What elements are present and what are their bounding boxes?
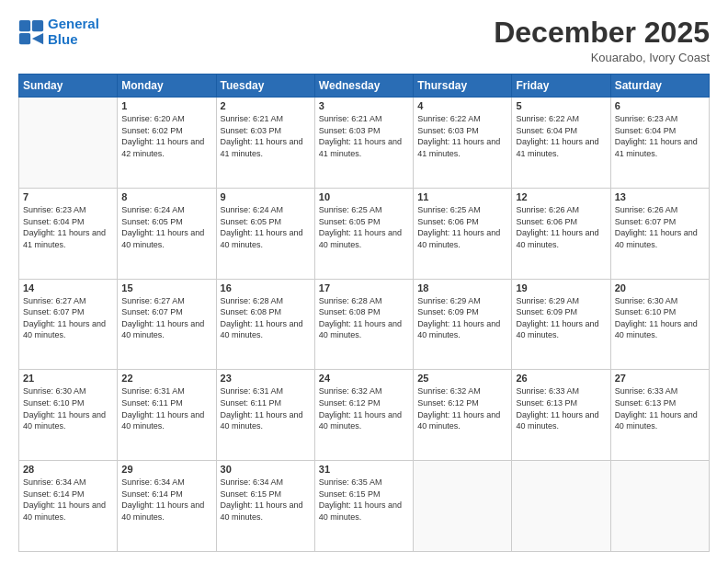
sunrise: Sunrise: 6:31 AM bbox=[121, 386, 185, 396]
weekday-header: Monday bbox=[118, 75, 216, 98]
sunrise: Sunrise: 6:28 AM bbox=[319, 296, 382, 305]
sunset: Sunset: 6:10 PM bbox=[23, 398, 85, 408]
sunset: Sunset: 6:12 PM bbox=[417, 398, 479, 408]
day-number: 16 bbox=[221, 282, 311, 293]
calendar-cell: 23Sunrise: 6:31 AMSunset: 6:11 PMDayligh… bbox=[216, 370, 314, 461]
day-info: Sunrise: 6:26 AMSunset: 6:07 PMDaylight:… bbox=[615, 204, 705, 250]
sunrise: Sunrise: 6:33 AM bbox=[516, 386, 579, 396]
calendar-cell: 3Sunrise: 6:21 AMSunset: 6:03 PMDaylight… bbox=[314, 98, 413, 189]
calendar-cell: 5Sunrise: 6:22 AMSunset: 6:04 PMDaylight… bbox=[512, 98, 610, 189]
day-number: 22 bbox=[121, 373, 211, 384]
daylight: Daylight: 11 hours and 40 minutes. bbox=[23, 410, 106, 431]
sunset: Sunset: 6:15 PM bbox=[319, 489, 381, 499]
logo-text: General Blue bbox=[48, 17, 99, 47]
day-info: Sunrise: 6:25 AMSunset: 6:06 PMDaylight:… bbox=[417, 204, 507, 250]
day-number: 24 bbox=[319, 373, 409, 384]
sunset: Sunset: 6:04 PM bbox=[516, 126, 577, 135]
calendar-cell: 31Sunrise: 6:35 AMSunset: 6:15 PMDayligh… bbox=[314, 461, 413, 552]
day-info: Sunrise: 6:27 AMSunset: 6:07 PMDaylight:… bbox=[121, 295, 211, 341]
daylight: Daylight: 11 hours and 40 minutes. bbox=[23, 500, 106, 522]
day-number: 17 bbox=[319, 282, 409, 293]
daylight: Daylight: 11 hours and 40 minutes. bbox=[121, 228, 204, 249]
daylight: Daylight: 11 hours and 40 minutes. bbox=[319, 410, 402, 431]
sunrise: Sunrise: 6:30 AM bbox=[615, 296, 678, 305]
location: Kouarabo, Ivory Coast bbox=[494, 51, 710, 64]
day-info: Sunrise: 6:28 AMSunset: 6:08 PMDaylight:… bbox=[221, 295, 311, 341]
sunrise: Sunrise: 6:33 AM bbox=[615, 386, 678, 396]
sunrise: Sunrise: 6:24 AM bbox=[121, 205, 185, 214]
sunset: Sunset: 6:09 PM bbox=[516, 307, 577, 316]
calendar-cell: 27Sunrise: 6:33 AMSunset: 6:13 PMDayligh… bbox=[610, 370, 709, 461]
sunset: Sunset: 6:03 PM bbox=[319, 126, 381, 135]
day-number: 23 bbox=[221, 373, 311, 384]
sunset: Sunset: 6:07 PM bbox=[23, 307, 85, 316]
day-info: Sunrise: 6:23 AMSunset: 6:04 PMDaylight:… bbox=[23, 204, 113, 250]
sunset: Sunset: 6:06 PM bbox=[516, 217, 577, 226]
sunrise: Sunrise: 6:27 AM bbox=[121, 296, 185, 305]
sunrise: Sunrise: 6:29 AM bbox=[417, 296, 481, 305]
day-info: Sunrise: 6:30 AMSunset: 6:10 PMDaylight:… bbox=[23, 385, 113, 431]
calendar-cell: 18Sunrise: 6:29 AMSunset: 6:09 PMDayligh… bbox=[414, 279, 512, 370]
sunrise: Sunrise: 6:23 AM bbox=[615, 114, 678, 123]
day-number: 14 bbox=[23, 282, 113, 293]
day-number: 30 bbox=[221, 464, 311, 475]
sunrise: Sunrise: 6:31 AM bbox=[221, 386, 284, 396]
day-info: Sunrise: 6:21 AMSunset: 6:03 PMDaylight:… bbox=[319, 113, 409, 159]
calendar-cell: 15Sunrise: 6:27 AMSunset: 6:07 PMDayligh… bbox=[118, 279, 216, 370]
sunset: Sunset: 6:05 PM bbox=[319, 217, 381, 226]
day-info: Sunrise: 6:27 AMSunset: 6:07 PMDaylight:… bbox=[23, 295, 113, 341]
calendar-cell: 16Sunrise: 6:28 AMSunset: 6:08 PMDayligh… bbox=[216, 279, 314, 370]
sunset: Sunset: 6:14 PM bbox=[121, 489, 183, 499]
daylight: Daylight: 11 hours and 40 minutes. bbox=[516, 319, 598, 340]
calendar-cell: 21Sunrise: 6:30 AMSunset: 6:10 PMDayligh… bbox=[19, 370, 118, 461]
day-info: Sunrise: 6:34 AMSunset: 6:14 PMDaylight:… bbox=[23, 477, 113, 523]
sunset: Sunset: 6:12 PM bbox=[319, 398, 381, 408]
day-number: 6 bbox=[615, 100, 705, 111]
calendar-cell: 10Sunrise: 6:25 AMSunset: 6:05 PMDayligh… bbox=[314, 188, 413, 279]
daylight: Daylight: 11 hours and 41 minutes. bbox=[23, 228, 106, 249]
day-number: 15 bbox=[121, 282, 211, 293]
day-info: Sunrise: 6:22 AMSunset: 6:03 PMDaylight:… bbox=[417, 113, 507, 159]
day-info: Sunrise: 6:33 AMSunset: 6:13 PMDaylight:… bbox=[516, 385, 606, 431]
daylight: Daylight: 11 hours and 41 minutes. bbox=[221, 137, 303, 158]
day-info: Sunrise: 6:34 AMSunset: 6:15 PMDaylight:… bbox=[221, 477, 311, 523]
calendar-cell: 6Sunrise: 6:23 AMSunset: 6:04 PMDaylight… bbox=[610, 98, 709, 189]
sunrise: Sunrise: 6:34 AM bbox=[23, 477, 86, 487]
day-info: Sunrise: 6:22 AMSunset: 6:04 PMDaylight:… bbox=[516, 113, 606, 159]
header: General Blue December 2025 Kouarabo, Ivo… bbox=[18, 17, 710, 64]
calendar-cell: 28Sunrise: 6:34 AMSunset: 6:14 PMDayligh… bbox=[19, 461, 118, 552]
svg-rect-2 bbox=[19, 32, 30, 43]
sunset: Sunset: 6:05 PM bbox=[121, 217, 183, 226]
calendar-cell bbox=[610, 461, 709, 552]
day-number: 5 bbox=[516, 100, 606, 111]
calendar-cell: 4Sunrise: 6:22 AMSunset: 6:03 PMDaylight… bbox=[414, 98, 512, 189]
sunrise: Sunrise: 6:21 AM bbox=[221, 114, 284, 123]
sunrise: Sunrise: 6:35 AM bbox=[319, 477, 382, 487]
day-number: 1 bbox=[121, 100, 211, 111]
calendar-cell: 20Sunrise: 6:30 AMSunset: 6:10 PMDayligh… bbox=[610, 279, 709, 370]
daylight: Daylight: 11 hours and 40 minutes. bbox=[121, 410, 204, 431]
logo-icon bbox=[18, 19, 44, 45]
daylight: Daylight: 11 hours and 40 minutes. bbox=[23, 319, 106, 340]
daylight: Daylight: 11 hours and 40 minutes. bbox=[319, 500, 402, 522]
daylight: Daylight: 11 hours and 40 minutes. bbox=[417, 228, 500, 249]
sunset: Sunset: 6:14 PM bbox=[23, 489, 85, 499]
weekday-header: Thursday bbox=[414, 75, 512, 98]
daylight: Daylight: 11 hours and 40 minutes. bbox=[615, 319, 698, 340]
calendar-cell: 2Sunrise: 6:21 AMSunset: 6:03 PMDaylight… bbox=[216, 98, 314, 189]
day-number: 12 bbox=[516, 191, 606, 202]
day-number: 10 bbox=[319, 191, 409, 202]
calendar-cell bbox=[512, 461, 610, 552]
sunset: Sunset: 6:08 PM bbox=[221, 307, 282, 316]
weekday-header: Friday bbox=[512, 75, 610, 98]
sunrise: Sunrise: 6:34 AM bbox=[121, 477, 185, 487]
sunset: Sunset: 6:04 PM bbox=[23, 217, 85, 226]
day-info: Sunrise: 6:24 AMSunset: 6:05 PMDaylight:… bbox=[221, 204, 311, 250]
daylight: Daylight: 11 hours and 40 minutes. bbox=[121, 500, 204, 522]
day-number: 27 bbox=[615, 373, 705, 384]
calendar-cell: 19Sunrise: 6:29 AMSunset: 6:09 PMDayligh… bbox=[512, 279, 610, 370]
day-info: Sunrise: 6:31 AMSunset: 6:11 PMDaylight:… bbox=[221, 385, 311, 431]
day-info: Sunrise: 6:26 AMSunset: 6:06 PMDaylight:… bbox=[516, 204, 606, 250]
calendar-cell: 26Sunrise: 6:33 AMSunset: 6:13 PMDayligh… bbox=[512, 370, 610, 461]
calendar-cell bbox=[414, 461, 512, 552]
